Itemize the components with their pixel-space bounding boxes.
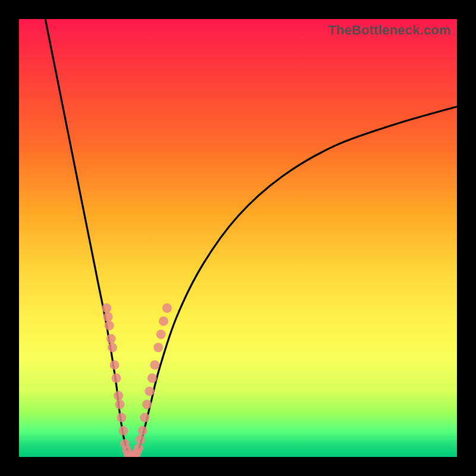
data-marker [115, 400, 124, 409]
data-marker [114, 391, 123, 400]
data-marker [118, 426, 128, 436]
data-marker [159, 317, 168, 326]
data-marker [107, 334, 116, 343]
data-marker [154, 343, 163, 352]
data-marker [111, 374, 121, 383]
bottleneck-curve [45, 19, 457, 457]
data-marker [117, 413, 126, 422]
data-marker [136, 435, 145, 444]
data-marker [148, 374, 157, 383]
data-marker [162, 303, 172, 313]
data-marker [142, 400, 152, 409]
chart-frame: TheBottleneck.com [0, 0, 476, 476]
chart-svg [19, 19, 457, 457]
data-marker [138, 426, 148, 436]
plot-area: TheBottleneck.com [19, 19, 457, 457]
data-marker [145, 387, 154, 396]
data-marker [109, 360, 119, 369]
data-marker [103, 312, 112, 322]
data-marker [108, 343, 117, 352]
data-marker [105, 321, 114, 330]
data-marker [134, 443, 143, 453]
data-marker [150, 360, 159, 369]
marker-group [102, 303, 172, 457]
data-marker [102, 303, 111, 313]
data-marker [156, 330, 166, 339]
data-marker [140, 413, 149, 422]
